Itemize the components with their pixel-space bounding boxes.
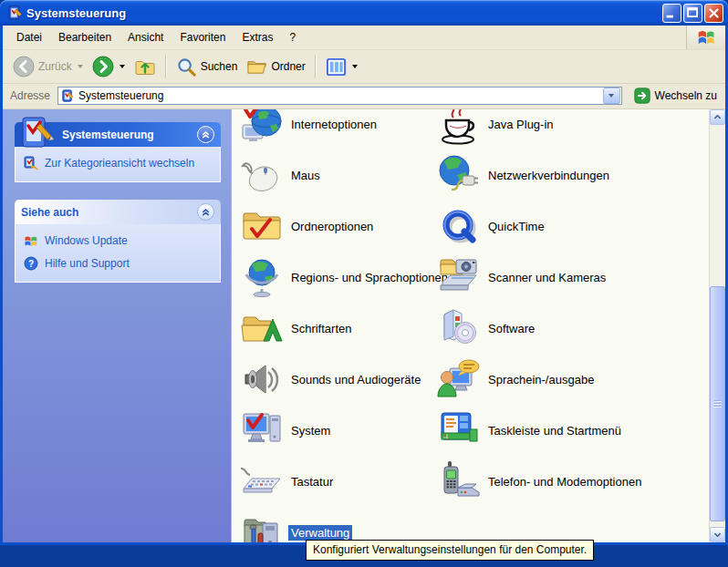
- go-label: Wechseln zu: [655, 89, 717, 102]
- help-icon: ?: [24, 256, 38, 271]
- list-item-telefon-und-modemoptionen[interactable]: Telefon- und Modemoptionen: [437, 456, 644, 507]
- collapse-button[interactable]: [197, 126, 214, 143]
- address-value: Systemsteuerung: [78, 89, 601, 102]
- list-item-quicktime[interactable]: QuickTime: [437, 201, 644, 252]
- scroll-up-button[interactable]: [710, 109, 725, 125]
- vertical-scrollbar[interactable]: [709, 109, 725, 542]
- list-item-sounds-und-audiogeräte[interactable]: Sounds und Audiogeräte: [240, 354, 451, 405]
- item-label: Internetoptionen: [288, 117, 380, 132]
- menu-item-datei[interactable]: Datei: [8, 27, 50, 47]
- back-button[interactable]: Zurück: [8, 54, 88, 79]
- panel-header[interactable]: Siehe auch: [15, 200, 221, 224]
- forward-dropdown-icon[interactable]: [120, 65, 125, 68]
- list-item-software[interactable]: Software: [437, 303, 644, 354]
- scroll-down-button[interactable]: [710, 527, 725, 542]
- addressbar: Adresse Systemsteuerung Wechseln zu: [3, 84, 725, 109]
- item-label: Regions- und Sprachoptionen: [288, 270, 451, 285]
- control-panel-window-icon: [7, 5, 23, 21]
- admin-tools-icon: [240, 510, 284, 542]
- close-icon: [705, 5, 723, 22]
- sounds-icon: [240, 357, 284, 401]
- list-item-internetoptionen[interactable]: Internetoptionen: [240, 109, 451, 149]
- task-pane: Systemsteuerung Zur Kategorieansicht wec…: [3, 109, 231, 542]
- menubar: DateiBearbeitenAnsichtFavoritenExtras?: [3, 26, 725, 50]
- list-item-regions-und-sprachoptionen[interactable]: Regions- und Sprachoptionen: [240, 252, 451, 303]
- menu-item-hilfe[interactable]: ?: [281, 27, 304, 47]
- views-button[interactable]: [321, 55, 362, 79]
- sidebar-link-hilfe-und-support[interactable]: ?Hilfe und Support: [24, 256, 214, 271]
- list-item-netzwerkverbindungen[interactable]: Netzwerkverbindungen: [437, 149, 644, 201]
- list-item-java-plug-in[interactable]: Java Plug-in: [437, 109, 644, 149]
- collapse-button[interactable]: [197, 203, 214, 221]
- search-button[interactable]: Suchen: [172, 55, 243, 79]
- phone-modem-icon: [437, 459, 481, 503]
- control-panel-big-icon: [18, 116, 55, 152]
- list-item-ordneroptionen[interactable]: Ordneroptionen: [240, 201, 451, 252]
- menu-item-extras[interactable]: Extras: [234, 27, 281, 47]
- up-folder-icon: [134, 56, 156, 77]
- list-item-verwaltung[interactable]: Verwaltung: [240, 507, 451, 542]
- folders-icon: [246, 57, 267, 77]
- software-icon: [437, 306, 481, 350]
- folders-label: Ordner: [271, 60, 305, 73]
- chevron-down-icon: [608, 94, 614, 98]
- folders-button[interactable]: Ordner: [242, 55, 309, 79]
- panel-title: Systemsteuerung: [62, 129, 154, 141]
- mouse-icon: [240, 153, 284, 197]
- maximize-button[interactable]: [683, 4, 702, 23]
- tooltip: Konfiguriert Verwaltungseinstellungen fü…: [306, 540, 594, 561]
- panel-header[interactable]: Systemsteuerung: [15, 122, 221, 147]
- menu-item-ansicht[interactable]: Ansicht: [120, 27, 172, 47]
- list-item-tastatur[interactable]: Tastatur: [240, 456, 451, 507]
- back-dropdown-icon[interactable]: [78, 65, 83, 68]
- scrollbar-track[interactable]: [710, 125, 725, 527]
- sidebar-link-label: Windows Update: [45, 234, 128, 247]
- list-item-scanner-und-kameras[interactable]: Scanner und Kameras: [437, 252, 644, 303]
- window-systemsteuerung: Systemsteuerung DateiBearbeitenAnsichtFa…: [0, 0, 728, 545]
- list-item-sprachein-ausgabe[interactable]: Sprachein-/ausgabe: [437, 354, 644, 405]
- speech-icon: [437, 357, 481, 401]
- scanner-camera-icon: [437, 255, 481, 299]
- address-label: Adresse: [10, 89, 50, 102]
- search-label: Suchen: [201, 60, 238, 73]
- toolbar-separator: [315, 55, 317, 78]
- list-item-system[interactable]: System: [240, 405, 451, 456]
- scroll-down-icon: [712, 530, 723, 540]
- windows-logo: [686, 26, 725, 49]
- scrollbar-thumb[interactable]: [710, 286, 725, 521]
- back-icon: [13, 56, 35, 77]
- app-frame: DateiBearbeitenAnsichtFavoritenExtras? Z…: [3, 26, 725, 542]
- network-icon: [437, 153, 481, 197]
- toolbar: Zurück Suchen Ordner: [3, 50, 725, 84]
- svg-text:?: ?: [28, 259, 34, 269]
- list-column-2: Java Plug-inNetzwerkverbindungenQuickTim…: [437, 109, 644, 507]
- panel-systemsteuerung: Systemsteuerung Zur Kategorieansicht wec…: [15, 122, 221, 182]
- up-button[interactable]: [130, 54, 161, 79]
- titlebar[interactable]: Systemsteuerung: [0, 0, 728, 26]
- address-dropdown-button[interactable]: [603, 88, 620, 104]
- minimize-button[interactable]: [662, 4, 681, 23]
- back-label: Zurück: [38, 60, 72, 73]
- views-icon: [326, 57, 347, 77]
- icon-list: InternetoptionenMausOrdneroptionenRegion…: [231, 109, 709, 542]
- views-dropdown-icon[interactable]: [352, 65, 358, 68]
- sidebar-link-zur-kategorieansicht-wechseln[interactable]: Zur Kategorieansicht wechseln: [24, 156, 214, 170]
- list-item-maus[interactable]: Maus: [240, 149, 451, 201]
- list-item-schriftarten[interactable]: Schriftarten: [240, 303, 451, 354]
- list-column-1: InternetoptionenMausOrdneroptionenRegion…: [240, 109, 451, 542]
- desktop: Systemsteuerung DateiBearbeitenAnsichtFa…: [0, 0, 728, 567]
- menu-item-bearbeiten[interactable]: Bearbeiten: [50, 27, 120, 47]
- forward-button[interactable]: [88, 54, 130, 79]
- go-button[interactable]: Wechseln zu: [629, 88, 722, 104]
- address-combobox[interactable]: Systemsteuerung: [57, 87, 621, 105]
- sidebar-link-windows-update[interactable]: Windows Update: [24, 233, 214, 248]
- regional-icon: [240, 255, 284, 299]
- item-label: Software: [485, 321, 537, 336]
- menu-items: DateiBearbeitenAnsichtFavoritenExtras?: [3, 27, 686, 47]
- menu-item-favoriten[interactable]: Favoriten: [172, 27, 234, 47]
- list-item-taskleiste-und-startmenü[interactable]: Taskleiste und Startmenü: [437, 405, 644, 456]
- windows-update-icon: [24, 233, 38, 248]
- chevron-up-icon: [200, 206, 212, 218]
- close-button[interactable]: [704, 4, 723, 23]
- item-label: Netzwerkverbindungen: [485, 168, 612, 183]
